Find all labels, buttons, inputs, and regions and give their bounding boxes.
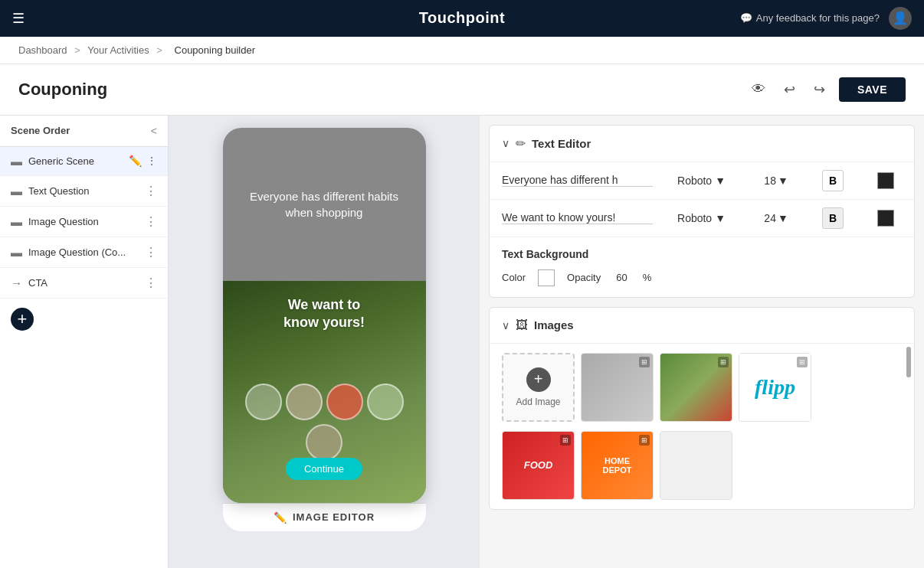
sidebar-item-label: CTA <box>28 277 139 289</box>
size-select-1[interactable]: 18 ▼ <box>764 175 798 187</box>
image-thumb-5[interactable]: HOMEDEPOT ⊞ <box>581 431 654 500</box>
sidebar-item-label: Text Question <box>28 185 139 197</box>
scroll-thumb <box>906 347 911 377</box>
more-icon[interactable]: ⋮ <box>145 214 157 229</box>
text-row-2: We want to know yours! Roboto ▼ 24 <box>490 199 914 237</box>
save-button[interactable]: SAVE <box>839 77 906 102</box>
breadcrumb-activities[interactable]: Your Activities <box>87 44 149 56</box>
image-thumb-6[interactable] <box>660 431 732 500</box>
redo-button[interactable]: ↪ <box>809 77 830 103</box>
user-avatar[interactable]: 👤 <box>889 7 912 30</box>
image-thumb-2[interactable]: ⊞ <box>660 353 732 422</box>
text-bg-color-swatch[interactable] <box>538 269 555 286</box>
breadcrumb-sep2: > <box>156 44 162 56</box>
sidebar-item-generic-scene[interactable]: ▬ Generic Scene ✏️ ⋮ <box>0 147 168 176</box>
thumb-corner-1: ⊞ <box>639 357 650 367</box>
text-preview-1[interactable]: Everyone has different h <box>502 174 653 187</box>
font-select-1[interactable]: Roboto ▼ <box>677 175 739 187</box>
color-swatch-1[interactable] <box>877 172 894 189</box>
feedback-icon: 💬 <box>740 12 752 24</box>
pencil-icon: ✏ <box>516 136 526 151</box>
breadcrumb: Dashboard > Your Activities > Couponing … <box>0 37 924 64</box>
pencil-icon: ✏️ <box>274 511 287 524</box>
add-image-button[interactable]: + Add Image <box>502 353 575 422</box>
canvas-area: Everyone has different habits when shopp… <box>169 116 480 568</box>
scene-icon: ▬ <box>11 155 22 168</box>
text-background-label: Text Background <box>502 248 902 260</box>
sidebar-collapse-icon[interactable]: < <box>151 125 157 137</box>
undo-button[interactable]: ↩ <box>779 77 800 103</box>
main-layout: Scene Order < ▬ Generic Scene ✏️ ⋮ ▬ Tex… <box>0 116 924 568</box>
text-preview-2[interactable]: We want to know yours! <box>502 211 653 224</box>
sidebar-item-label: Generic Scene <box>28 155 123 167</box>
image-editor-bar[interactable]: ✏️ IMAGE EDITOR <box>223 503 426 531</box>
image-thumb-3[interactable]: flipp ⊞ <box>739 353 811 422</box>
scene-icon: ▬ <box>11 246 22 259</box>
page-title: Couponing <box>18 80 107 100</box>
continue-button-phone[interactable]: Continue <box>286 458 362 480</box>
image-thumb-1[interactable]: ⊞ <box>581 353 654 422</box>
more-icon[interactable]: ⋮ <box>145 276 157 290</box>
text-editor-header[interactable]: ∨ ✏ Text Editor <box>490 126 914 162</box>
chevron-down-icon: ▼ <box>778 212 788 224</box>
feedback-label: Any feedback for this page? <box>756 12 880 24</box>
phone-bottom-section: We want toknow yours! Continue <box>223 281 426 503</box>
images-card: ∨ 🖼 Images + Add Image <box>489 307 915 510</box>
thumb-corner-5: ⊞ <box>639 435 650 446</box>
phone-top-text: Everyone has different habits when shopp… <box>238 188 411 220</box>
page-header: Couponing 👁 ↩ ↪ SAVE <box>0 64 924 116</box>
font-select-2[interactable]: Roboto ▼ <box>677 212 739 224</box>
images-title: Images <box>534 318 574 331</box>
text-editor-table: Everyone has different h Roboto ▼ 1 <box>490 162 914 237</box>
sidebar-item-image-question-co[interactable]: ▬ Image Question (Co... ⋮ <box>0 237 168 268</box>
breadcrumb-current: Couponing builder <box>175 44 256 56</box>
edit-icon[interactable]: ✏️ <box>129 155 142 167</box>
images-grid-row2: FOOD ⊞ HOMEDEPOT ⊞ <box>490 431 914 509</box>
sidebar-item-image-question[interactable]: ▬ Image Question ⋮ <box>0 207 168 237</box>
scene-icon: ▬ <box>11 215 22 228</box>
more-icon[interactable]: ⋮ <box>145 184 157 198</box>
image-content-6 <box>660 432 732 499</box>
opacity-value: 60 <box>616 272 627 283</box>
opacity-label: Opacity <box>567 272 601 283</box>
thumb-corner-2: ⊞ <box>718 357 729 367</box>
add-scene-button[interactable]: + <box>11 308 34 331</box>
add-image-label: Add Image <box>516 397 560 407</box>
sidebar-item-cta[interactable]: → CTA ⋮ <box>0 268 168 299</box>
text-row-1: Everyone has different h Roboto ▼ 1 <box>490 162 914 200</box>
feedback-btn[interactable]: 💬 Any feedback for this page? <box>740 12 880 24</box>
size-select-2[interactable]: 24 ▼ <box>764 212 798 224</box>
sidebar: Scene Order < ▬ Generic Scene ✏️ ⋮ ▬ Tex… <box>0 116 169 568</box>
scene-icon: ▬ <box>11 184 22 197</box>
more-icon[interactable]: ⋮ <box>146 155 157 167</box>
breadcrumb-sep1: > <box>74 44 80 56</box>
image-thumb-4[interactable]: FOOD ⊞ <box>502 431 575 500</box>
cta-icon: → <box>11 276 22 289</box>
menu-icon[interactable]: ☰ <box>12 10 25 27</box>
chevron-down-icon: ∨ <box>502 137 510 149</box>
text-editor-title: Text Editor <box>532 137 591 150</box>
phone-preview: Everyone has different habits when shopp… <box>223 128 426 503</box>
more-icon[interactable]: ⋮ <box>145 245 157 260</box>
color-swatch-2[interactable] <box>877 210 894 227</box>
percent-sign: % <box>643 272 652 283</box>
bold-button-2[interactable]: B <box>822 207 844 229</box>
image-editor-label: IMAGE EDITOR <box>293 511 375 523</box>
images-header[interactable]: ∨ 🖼 Images <box>490 308 914 344</box>
text-background-section: Text Background Color Opacity 60 % <box>490 237 914 297</box>
sidebar-item-label: Image Question <box>28 216 139 227</box>
scrollbar[interactable] <box>906 344 911 509</box>
thumb-corner-3: ⊞ <box>797 357 808 367</box>
bold-button-1[interactable]: B <box>822 170 844 191</box>
phone-top-section: Everyone has different habits when shopp… <box>223 128 426 281</box>
chevron-down-icon: ∨ <box>502 319 510 331</box>
preview-button[interactable]: 👁 <box>747 77 770 102</box>
phone-bold-text: We want toknow yours! <box>223 296 426 332</box>
breadcrumb-dashboard[interactable]: Dashboard <box>18 44 67 56</box>
item-actions: ✏️ ⋮ <box>129 155 157 167</box>
sidebar-header: Scene Order < <box>0 116 168 147</box>
sidebar-item-text-question[interactable]: ▬ Text Question ⋮ <box>0 176 168 207</box>
topnav-right: 💬 Any feedback for this page? 👤 <box>740 7 912 30</box>
images-grid: + Add Image ⊞ <box>490 344 914 431</box>
header-actions: 👁 ↩ ↪ SAVE <box>747 77 906 103</box>
